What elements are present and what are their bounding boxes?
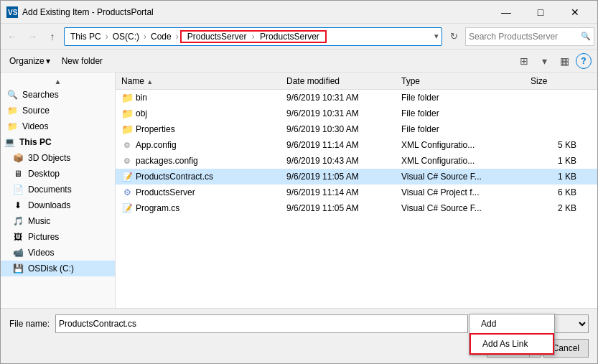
sidebar-scroll-up[interactable]: ▲ bbox=[1, 75, 115, 87]
file-list-header: Name ▲ Date modified Type Size bbox=[116, 73, 597, 90]
file-size-cell: 1 KB bbox=[525, 156, 582, 166]
file-name-cell: 📁 Properties bbox=[116, 123, 281, 135]
forward-button[interactable]: → bbox=[24, 28, 41, 45]
organize-label: Organize bbox=[9, 56, 45, 66]
sidebar-item-this-pc[interactable]: 💻This PC bbox=[1, 134, 115, 150]
breadcrumb: This PC › OS(C:) › Code › ProductsServer… bbox=[67, 30, 434, 43]
sidebar-item-pictures[interactable]: 🖼Pictures bbox=[1, 229, 115, 245]
file-size-cell: 6 KB bbox=[525, 187, 582, 197]
sidebar-item-documents[interactable]: 📄Documents bbox=[1, 182, 115, 197]
file-row[interactable]: 📝 Program.cs 9/6/2019 11:05 AM Visual C#… bbox=[116, 200, 597, 216]
col-name-header[interactable]: Name ▲ bbox=[116, 76, 281, 86]
organize-button[interactable]: Organize ▾ bbox=[6, 52, 53, 70]
file-date-cell: 9/6/2019 11:05 AM bbox=[281, 172, 396, 182]
filename-label: File name: bbox=[9, 319, 50, 329]
sidebar-item-label: Searches bbox=[22, 90, 59, 100]
toolbar-right: ⊞ ▾ ▦ ? bbox=[515, 52, 592, 70]
up-button[interactable]: ↑ bbox=[44, 28, 61, 45]
filename-input[interactable] bbox=[55, 314, 468, 333]
sidebar-icon: 🔍 bbox=[6, 89, 18, 101]
breadcrumb-osc[interactable]: OS(C:) bbox=[110, 30, 142, 43]
file-type-cell: File folder bbox=[396, 124, 525, 134]
sidebar-item-downloads[interactable]: ⬇Downloads bbox=[1, 197, 115, 213]
view-dropdown-button[interactable]: ▾ bbox=[536, 52, 553, 70]
sidebar-items: 🔍Searches📁Source📁Videos💻This PC📦3D Objec… bbox=[1, 87, 115, 276]
file-size-cell: 1 KB bbox=[525, 172, 582, 182]
sidebar-item-desktop[interactable]: 🖥Desktop bbox=[1, 166, 115, 182]
file-name-cell: 📝 Program.cs bbox=[116, 202, 281, 214]
sidebar-item-label: Documents bbox=[28, 185, 72, 195]
search-input[interactable] bbox=[469, 32, 581, 42]
sidebar-icon: 🖥 bbox=[12, 168, 24, 179]
sidebar-item-3d-objects[interactable]: 📦3D Objects bbox=[1, 150, 115, 166]
sidebar-item-label: 3D Objects bbox=[28, 153, 70, 163]
file-row[interactable]: ⚙ App.config 9/6/2019 11:14 AM XML Confi… bbox=[116, 137, 597, 153]
file-date-cell: 9/6/2019 10:31 AM bbox=[281, 108, 396, 118]
breadcrumb-this-pc[interactable]: This PC bbox=[67, 30, 104, 43]
dropdown-menu: AddAdd As Link bbox=[469, 314, 555, 355]
col-date-header[interactable]: Date modified bbox=[281, 76, 396, 86]
dropdown-item-add-as-link[interactable]: Add As Link bbox=[469, 333, 554, 355]
sidebar-item-label: Downloads bbox=[28, 200, 70, 210]
breadcrumb-productsserver2[interactable]: ProductsServer bbox=[257, 30, 322, 43]
close-button[interactable]: ✕ bbox=[559, 1, 592, 24]
back-button[interactable]: ← bbox=[4, 28, 21, 45]
sidebar-item-label: Videos bbox=[28, 248, 54, 258]
sidebar-icon: 🖼 bbox=[12, 231, 24, 243]
file-name: ProductsServer bbox=[136, 187, 195, 197]
address-dropdown-button[interactable]: ▾ bbox=[434, 32, 439, 41]
sidebar-item-label: Desktop bbox=[28, 169, 60, 179]
file-row[interactable]: 📁 bin 9/6/2019 10:31 AM File folder bbox=[116, 90, 597, 106]
file-name: Program.cs bbox=[136, 203, 179, 213]
file-name: ProductsContract.cs bbox=[136, 172, 213, 182]
view-button[interactable]: ⊞ bbox=[515, 52, 533, 70]
sidebar-icon: 📁 bbox=[6, 121, 18, 132]
file-type-cell: Visual C# Project f... bbox=[396, 187, 525, 197]
sidebar-item-videos[interactable]: 📁Videos bbox=[1, 118, 115, 134]
maximize-button[interactable]: □ bbox=[524, 1, 557, 24]
address-bar[interactable]: This PC › OS(C:) › Code › ProductsServer… bbox=[64, 27, 442, 46]
organize-dropdown-icon: ▾ bbox=[46, 56, 50, 66]
sidebar-item-label: This PC bbox=[19, 137, 52, 147]
col-type-header[interactable]: Type bbox=[396, 76, 525, 86]
cs-icon: 📝 bbox=[122, 203, 133, 213]
new-folder-button[interactable]: New folder bbox=[59, 52, 106, 70]
file-date-cell: 9/6/2019 11:14 AM bbox=[281, 140, 396, 150]
dialog: VS Add Existing Item - ProductsPortal — … bbox=[0, 0, 598, 364]
svg-text:VS: VS bbox=[8, 9, 18, 17]
breadcrumb-productsserver1[interactable]: ProductsServer bbox=[184, 30, 250, 43]
folder-icon: 📁 bbox=[121, 123, 134, 135]
file-row[interactable]: 📁 obj 9/6/2019 10:31 AM File folder bbox=[116, 106, 597, 121]
config-icon: ⚙ bbox=[123, 157, 131, 166]
file-name: Properties bbox=[136, 124, 175, 134]
file-type-cell: XML Configuratio... bbox=[396, 156, 525, 166]
file-list-area: Name ▲ Date modified Type Size 📁 bin 9/6… bbox=[116, 73, 597, 308]
sidebar-item-label: Pictures bbox=[28, 232, 59, 242]
pane-button[interactable]: ▦ bbox=[556, 52, 573, 70]
sidebar-item-music[interactable]: 🎵Music bbox=[1, 213, 115, 229]
sidebar-item-source[interactable]: 📁Source bbox=[1, 103, 115, 118]
app-icon: VS bbox=[6, 6, 18, 18]
help-button[interactable]: ? bbox=[576, 53, 592, 69]
organize-toolbar: Organize ▾ New folder ⊞ ▾ ▦ ? bbox=[1, 50, 597, 73]
dropdown-item-add[interactable]: Add bbox=[469, 314, 554, 333]
breadcrumb-code[interactable]: Code bbox=[148, 30, 174, 43]
sidebar-item-label: Videos bbox=[22, 121, 48, 131]
file-row[interactable]: ⚙ ProductsServer 9/6/2019 11:14 AM Visua… bbox=[116, 185, 597, 200]
file-date-cell: 9/6/2019 10:31 AM bbox=[281, 93, 396, 103]
sidebar-icon: 📁 bbox=[6, 105, 18, 116]
sidebar-item-searches[interactable]: 🔍Searches bbox=[1, 87, 115, 103]
file-row[interactable]: 📝 ProductsContract.cs 9/6/2019 11:05 AM … bbox=[116, 169, 597, 185]
file-type-cell: Visual C# Source F... bbox=[396, 203, 525, 213]
address-toolbar: ← → ↑ This PC › OS(C:) › Code › Products… bbox=[1, 24, 597, 50]
minimize-button[interactable]: — bbox=[490, 1, 523, 24]
refresh-button[interactable]: ↻ bbox=[445, 28, 462, 45]
file-row[interactable]: 📁 Properties 9/6/2019 10:30 AM File fold… bbox=[116, 121, 597, 137]
file-name: obj bbox=[136, 108, 147, 118]
search-icon-button[interactable]: 🔍 bbox=[581, 32, 591, 41]
col-size-header[interactable]: Size bbox=[525, 76, 582, 86]
cs-icon: 📝 bbox=[122, 172, 133, 182]
sidebar-item-osdisk--c--[interactable]: 💾OSDisk (C:) bbox=[1, 261, 115, 276]
sidebar-item-videos[interactable]: 📹Videos bbox=[1, 245, 115, 261]
file-row[interactable]: ⚙ packages.config 9/6/2019 10:43 AM XML … bbox=[116, 153, 597, 169]
